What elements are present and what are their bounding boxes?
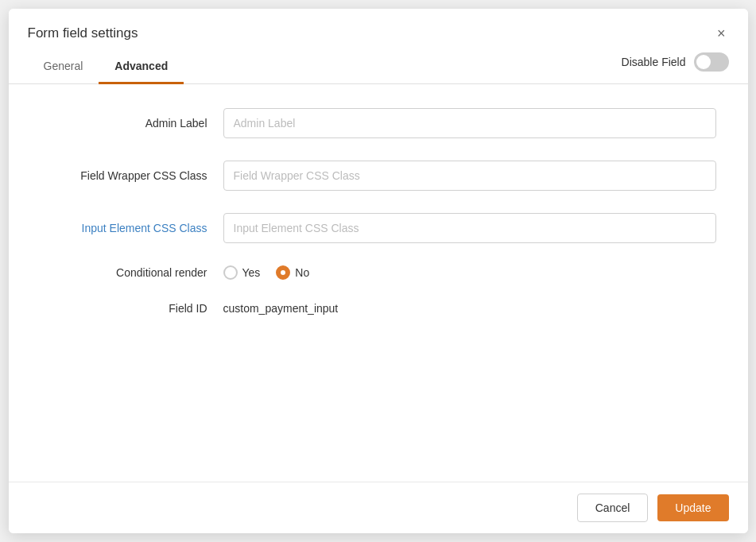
toggle-slider <box>694 52 729 72</box>
field-id-value: custom_payment_input <box>223 302 339 315</box>
admin-label-text: Admin Label <box>41 117 223 130</box>
disable-field-label: Disable Field <box>622 56 686 68</box>
modal-body: Admin Label Field Wrapper CSS Class Inpu… <box>9 84 748 482</box>
field-wrapper-css-input[interactable] <box>223 161 716 191</box>
tabs-bar: General Advanced Disable Field <box>9 50 748 84</box>
tab-advanced[interactable]: Advanced <box>99 50 184 84</box>
input-element-css-label: Input Element CSS Class <box>41 222 223 234</box>
conditional-render-yes-label: Yes <box>242 266 261 279</box>
field-id-row: Field ID custom_payment_input <box>41 302 716 315</box>
cancel-button[interactable]: Cancel <box>577 494 649 522</box>
field-wrapper-css-label: Field Wrapper CSS Class <box>41 169 223 182</box>
form-field-settings-modal: Form field settings × General Advanced D… <box>9 9 748 533</box>
input-element-css-row: Input Element CSS Class <box>41 213 716 243</box>
conditional-render-no-option[interactable]: No <box>276 265 309 280</box>
conditional-render-row: Conditional render Yes No <box>41 265 716 280</box>
tab-general[interactable]: General <box>28 50 99 84</box>
modal-header: Form field settings × <box>9 9 748 44</box>
field-wrapper-css-row: Field Wrapper CSS Class <box>41 161 716 191</box>
disable-field-toggle[interactable] <box>694 52 729 72</box>
modal-footer: Cancel Update <box>9 482 748 533</box>
admin-label-row: Admin Label <box>41 108 716 138</box>
input-element-css-input[interactable] <box>223 213 716 243</box>
field-id-label: Field ID <box>41 302 223 315</box>
modal-title: Form field settings <box>28 25 138 41</box>
disable-field-row: Disable Field <box>622 52 729 81</box>
conditional-render-no-label: No <box>295 266 309 279</box>
tabs-left: General Advanced <box>28 50 184 83</box>
close-button[interactable]: × <box>714 23 729 44</box>
conditional-render-no-radio[interactable] <box>276 265 290 280</box>
admin-label-input[interactable] <box>223 108 716 138</box>
conditional-render-yes-radio[interactable] <box>223 265 238 280</box>
conditional-render-label: Conditional render <box>41 266 223 279</box>
conditional-render-yes-option[interactable]: Yes <box>223 265 261 280</box>
update-button[interactable]: Update <box>657 494 728 521</box>
conditional-render-radio-group: Yes No <box>223 265 310 280</box>
